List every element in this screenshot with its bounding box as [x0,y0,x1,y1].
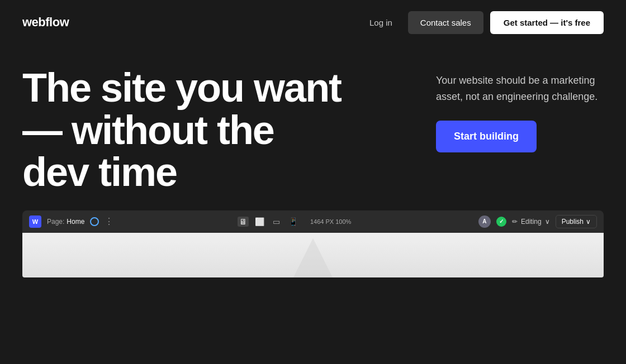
canvas-decorative-shape [291,238,335,277]
publish-button[interactable]: Publish ∨ [556,215,597,228]
contact-sales-button[interactable]: Contact sales [408,11,483,34]
editor-w-logo: W [29,215,41,228]
editor-section: W Page: Home ⋮ 🖥 ⬜ ▭ 📱 1464 PX [22,210,604,277]
small-tablet-device-button[interactable]: ▭ [270,217,283,227]
editor-toolbar: W Page: Home ⋮ 🖥 ⬜ ▭ 📱 1464 PX [22,210,604,233]
hero-subtitle: Your website should be a marketing asset… [436,73,604,105]
hero-section: The site you want — without the dev time… [0,45,626,194]
hero-left: The site you want — without the dev time [22,67,402,194]
tablet-device-button[interactable]: ⬜ [253,217,267,227]
device-buttons: 🖥 ⬜ ▭ 📱 [236,217,300,227]
brand-logo: webflow [22,15,69,30]
more-options-icon[interactable]: ⋮ [105,216,113,227]
resolution-text: 1464 PX 100% [310,218,351,225]
publish-chevron-icon: ∨ [586,218,591,226]
get-started-button[interactable]: Get started — it's free [490,11,604,34]
refresh-icon[interactable] [90,217,99,226]
desktop-device-button[interactable]: 🖥 [236,217,250,227]
editor-avatar: A [478,215,491,228]
small-tablet-icon: ▭ [273,217,280,226]
editing-label: Editing [521,218,542,226]
navbar: webflow Log in Contact sales Get started… [0,0,626,45]
desktop-icon: 🖥 [238,217,249,227]
nav-actions: Log in Contact sales Get started — it's … [361,11,604,34]
status-dot [496,217,506,227]
publish-label: Publish [562,218,584,226]
canvas-content [22,233,604,277]
mobile-device-button[interactable]: 📱 [287,217,300,227]
editor-page-label: Page: Home [47,218,84,226]
page-name-text: Home [67,218,84,226]
login-button[interactable]: Log in [361,13,401,32]
editing-chevron-icon: ∨ [545,218,550,226]
pencil-icon: ✏ [512,218,518,226]
editor-canvas [22,233,604,277]
page-prefix-text: Page: [47,218,64,226]
start-building-button[interactable]: Start building [436,121,537,152]
hero-title: The site you want — without the dev time [22,67,347,194]
editing-mode[interactable]: ✏ Editing ∨ [512,218,550,226]
hero-right: Your website should be a marketing asset… [436,67,604,152]
tablet-icon: ⬜ [255,217,264,226]
mobile-icon: 📱 [288,217,298,226]
